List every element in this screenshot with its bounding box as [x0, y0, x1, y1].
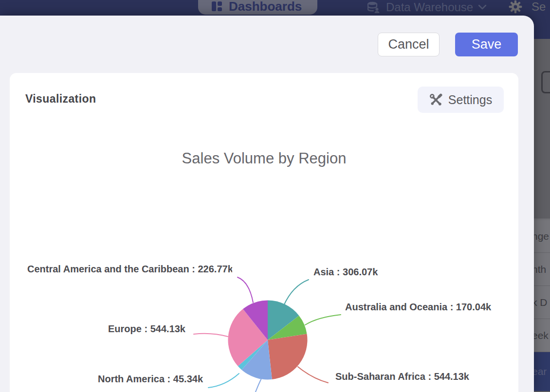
pie-label-central-america: Central America and the Caribbean : 226.…: [27, 264, 232, 275]
occluded-dropdown-menu: nge nth k D eek ear: [534, 220, 550, 391]
pie-label-europe: Europe : 544.13k: [58, 323, 185, 335]
pie-label-north-america: North America : 45.34k: [67, 374, 203, 385]
nav-item-data-warehouse[interactable]: Data Warehouse: [367, 0, 486, 15]
menu-item-month[interactable]: nth: [534, 253, 550, 286]
visualization-card: Visualization Settings Sales Volume by R…: [10, 73, 518, 392]
modal-actions: Cancel Save: [378, 33, 518, 56]
occluded-button-fragment: [541, 71, 550, 93]
chart-title: Sales Volume by Region: [10, 150, 518, 167]
occluded-page-right-strip: nge nth k D eek ear: [534, 39, 550, 392]
menu-item-range[interactable]: nge: [534, 220, 550, 253]
screen: Dashboards Data Warehouse: [0, 0, 550, 392]
nav-item-dashboards[interactable]: Dashboards: [198, 0, 317, 15]
pie-label-sub-saharan: Sub-Saharan Africa : 544.13k: [335, 371, 469, 382]
nav-settings-label-partial[interactable]: Se: [532, 0, 546, 14]
cancel-button[interactable]: Cancel: [378, 33, 440, 56]
nav-settings-gear[interactable]: [508, 0, 523, 17]
menu-item-year-selected[interactable]: ear: [534, 352, 550, 391]
card-title: Visualization: [25, 92, 96, 106]
chart-settings-button[interactable]: Settings: [418, 87, 504, 113]
chart-settings-label: Settings: [448, 93, 492, 107]
dashboard-icon: [212, 1, 222, 12]
edit-visualization-modal: Cancel Save Visualization Settings Sale: [0, 16, 534, 392]
pie-label-asia: Asia : 306.07k: [313, 267, 378, 278]
tools-icon: [429, 93, 442, 107]
gear-icon: [508, 0, 523, 15]
chevron-down-icon: [478, 5, 486, 10]
database-user-icon: [367, 1, 381, 14]
save-button[interactable]: Save: [455, 33, 518, 56]
menu-item-week-day[interactable]: k D: [534, 286, 550, 319]
menu-item-week[interactable]: eek: [534, 319, 550, 352]
pie-label-australia: Australia and Oceania : 170.04k: [345, 302, 491, 313]
nav-dashboards-label: Dashboards: [229, 0, 302, 14]
divider: [534, 219, 550, 219]
nav-data-warehouse-label: Data Warehouse: [386, 0, 473, 14]
